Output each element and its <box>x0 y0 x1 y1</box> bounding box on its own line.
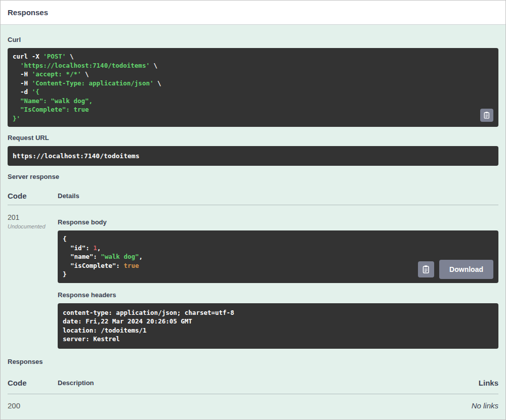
copy-response-body-button[interactable] <box>418 261 434 277</box>
download-button[interactable]: Download <box>439 260 493 279</box>
code-column-header: Code <box>8 191 58 201</box>
documented-status-code: 200 <box>8 401 58 410</box>
request-url-label: Request URL <box>8 134 498 142</box>
clipboard-icon <box>422 265 430 274</box>
response-headers-label: Response headers <box>58 291 498 299</box>
responses-table-row: 200 No links <box>8 394 498 410</box>
documented-status-description <box>58 401 472 410</box>
swagger-responses-panel: Responses Curl curl -X 'POST' \ 'https:/… <box>0 0 506 420</box>
responses-table: Code Description Links 200 No links <box>8 370 498 410</box>
responses-code-column-header: Code <box>8 378 58 388</box>
request-url-block: https://localhost:7140/todoitems <box>8 146 498 166</box>
response-body-controls: Download <box>418 260 493 279</box>
responses-section-title: Responses <box>8 8 48 17</box>
responses-table-label: Responses <box>8 358 498 366</box>
request-url-value: https://localhost:7140/todoitems <box>13 152 493 160</box>
server-response-table-header: Code Details <box>8 185 498 205</box>
response-status-code: 201 <box>8 213 58 222</box>
response-headers-block: content-type: application/json; charset=… <box>58 303 498 349</box>
responses-section-body: Curl curl -X 'POST' \ 'https://localhost… <box>1 36 505 417</box>
curl-command-block: curl -X 'POST' \ 'https://localhost:7140… <box>8 48 498 127</box>
responses-description-column-header: Description <box>58 378 479 388</box>
details-column-header: Details <box>58 191 498 201</box>
response-headers-text: content-type: application/json; charset=… <box>63 308 493 344</box>
clipboard-icon <box>483 111 490 119</box>
server-response-row: 201 Undocumented Response body { "id": 1… <box>8 205 498 349</box>
curl-label: Curl <box>8 36 498 44</box>
response-body-block: { "id": 1, "name": "walk dog", "isComple… <box>58 230 498 283</box>
undocumented-note: Undocumented <box>8 223 58 229</box>
response-details-cell: Response body { "id": 1, "name": "walk d… <box>58 213 498 349</box>
server-response-table: Code Details 201 Undocumented Response b… <box>8 185 498 349</box>
responses-links-column-header: Links <box>479 378 498 388</box>
response-body-label: Response body <box>58 218 498 226</box>
response-code-cell: 201 Undocumented <box>8 213 58 349</box>
curl-command-text: curl -X 'POST' \ 'https://localhost:7140… <box>13 52 493 123</box>
server-response-label: Server response <box>8 173 498 181</box>
responses-section-header: Responses <box>1 1 505 25</box>
responses-table-header: Code Description Links <box>8 370 498 394</box>
copy-curl-button[interactable] <box>480 109 493 122</box>
no-links-text: No links <box>472 401 498 410</box>
